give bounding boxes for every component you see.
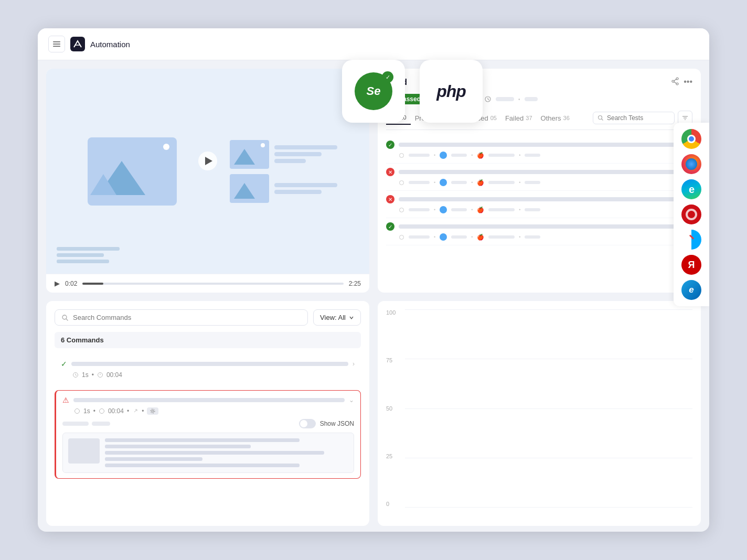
table-row: ✕ • • 🍎 • xyxy=(386,191,692,218)
command-search-input[interactable] xyxy=(73,314,301,321)
svg-line-15 xyxy=(602,119,603,121)
browser-edge-button[interactable]: e xyxy=(681,179,701,199)
search-tests-input[interactable] xyxy=(607,114,670,122)
grid-line-0 xyxy=(405,507,692,508)
selenium-check-icon: ✓ xyxy=(382,71,393,83)
play-button[interactable] xyxy=(198,152,217,170)
toggle-label-bar xyxy=(62,422,89,426)
svg-rect-1 xyxy=(53,44,60,45)
toggle-row: Show JSON xyxy=(62,419,354,428)
video-area xyxy=(46,69,369,274)
share-button[interactable] xyxy=(671,77,679,88)
commands-count: 6 Commands xyxy=(55,332,361,348)
show-json-label: Show JSON xyxy=(320,420,354,427)
test-meta-bar-2 xyxy=(451,181,467,184)
video-panel: ▶ 0:02 2:25 xyxy=(46,69,369,293)
svg-rect-0 xyxy=(53,41,60,42)
cmd-check-icon: ✓ xyxy=(61,360,67,368)
chrome-inner-icon xyxy=(687,135,696,143)
play-triangle-icon xyxy=(205,157,212,165)
chrome-dot xyxy=(440,179,447,186)
show-json-toggle xyxy=(62,422,110,426)
video-text-lines-1 xyxy=(274,145,337,163)
chart-area: 0 25 50 75 100 xyxy=(386,309,692,518)
test-search-wrap[interactable] xyxy=(593,112,675,124)
svg-point-6 xyxy=(676,83,678,85)
show-json-switch[interactable] xyxy=(299,419,316,428)
svg-point-14 xyxy=(599,116,602,120)
test-meta-row: • • 🍎 • xyxy=(399,152,692,159)
view-dropdown[interactable]: View: All xyxy=(313,309,361,326)
error-line-5 xyxy=(105,464,300,467)
test-meta-bar-2 xyxy=(451,235,467,239)
status-bar-2 xyxy=(496,97,514,101)
browser-ie-button[interactable]: e xyxy=(681,280,701,300)
test-meta-bar-2 xyxy=(451,208,467,211)
error-thumbnail xyxy=(68,438,100,464)
more-options-button[interactable]: ••• xyxy=(684,77,692,88)
video-bottom-lines xyxy=(57,247,254,263)
chevron-down-icon xyxy=(349,315,354,320)
dot-separator-3: • xyxy=(518,96,520,102)
svg-point-4 xyxy=(676,78,678,80)
browser-chrome-button[interactable] xyxy=(681,129,701,149)
progress-bar[interactable] xyxy=(82,283,343,285)
tab-failed[interactable]: Failed 37 xyxy=(501,112,537,124)
tab-others[interactable]: Others 36 xyxy=(537,112,574,124)
filter-icon xyxy=(682,115,688,121)
app-container: Automation Se ✓ php xyxy=(38,28,709,532)
apple-icon: 🍎 xyxy=(477,152,484,159)
video-right-column xyxy=(230,140,337,203)
test-meta-bar-3 xyxy=(488,208,515,211)
link-icon xyxy=(132,408,138,414)
svg-point-31 xyxy=(99,409,104,414)
test-meta-bar-4 xyxy=(525,235,540,239)
clock-icon xyxy=(74,408,80,414)
test-fail-icon: ✕ xyxy=(386,195,394,203)
test-meta-bar-4 xyxy=(525,181,540,184)
svg-point-32 xyxy=(152,410,154,412)
svg-line-24 xyxy=(66,319,68,321)
test-meta-bar-1 xyxy=(409,154,430,157)
cmd-item-top: ✓ › xyxy=(61,360,355,368)
chrome-dot xyxy=(440,233,447,241)
test-name-bar xyxy=(399,143,692,147)
current-time: 0:02 xyxy=(65,280,77,287)
test-meta-row: • • 🍎 • xyxy=(399,206,692,213)
table-row: ✕ • • 🍎 • xyxy=(386,164,692,191)
browser-opera-button[interactable] xyxy=(681,204,701,224)
svg-point-5 xyxy=(672,80,674,82)
test-name-bar xyxy=(399,170,692,174)
test-meta-bar-1 xyxy=(409,181,430,184)
svg-point-22 xyxy=(400,235,404,239)
svg-line-8 xyxy=(674,82,676,83)
toggle-label-bar-2 xyxy=(92,422,110,426)
toggle-knob xyxy=(300,420,307,427)
test-meta-bar-3 xyxy=(488,154,515,157)
command-search-wrap[interactable] xyxy=(55,309,308,326)
logo-icon xyxy=(70,37,85,51)
menu-button[interactable] xyxy=(48,36,65,52)
cmd-name-bar xyxy=(73,398,345,402)
browser-safari-button[interactable] xyxy=(681,230,701,250)
mountain-small xyxy=(90,174,116,195)
browser-firefox-button[interactable] xyxy=(681,154,701,174)
play-pause-button[interactable]: ▶ xyxy=(55,279,60,287)
apple-icon: 🍎 xyxy=(477,207,484,213)
svg-line-13 xyxy=(488,99,489,100)
cmd-expand-button[interactable]: › xyxy=(353,360,355,368)
cmd-collapse-button[interactable]: ⌄ xyxy=(349,396,354,404)
timer-icon xyxy=(99,408,105,414)
edge-letter-icon: e xyxy=(689,184,694,196)
header: Automation xyxy=(38,28,709,60)
total-time: 2:25 xyxy=(349,280,361,287)
test-fail-icon: ✕ xyxy=(386,168,394,176)
build-actions: ••• xyxy=(671,77,692,88)
svg-point-21 xyxy=(400,208,404,212)
svg-rect-3 xyxy=(70,37,85,51)
settings-badge xyxy=(147,407,158,415)
test-row-top: ✕ xyxy=(386,168,692,176)
search-icon xyxy=(61,314,69,321)
browser-yandex-button[interactable]: Я xyxy=(681,255,701,275)
search-icon xyxy=(597,115,604,121)
